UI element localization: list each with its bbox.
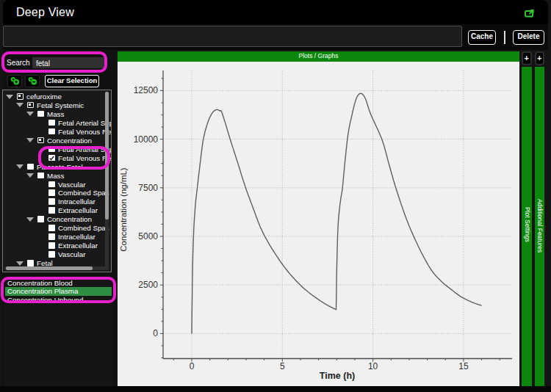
svg-text:2500: 2500	[138, 280, 158, 290]
svg-text:7500: 7500	[138, 183, 158, 193]
svg-text:15: 15	[458, 361, 469, 371]
svg-text:12500: 12500	[134, 85, 159, 95]
svg-text:0: 0	[190, 361, 195, 371]
svg-text:Concentration (ng/mL): Concentration (ng/mL)	[119, 167, 128, 252]
svg-text:10: 10	[368, 361, 378, 371]
svg-text:5000: 5000	[138, 231, 158, 242]
svg-text:5: 5	[280, 361, 285, 371]
svg-text:Time (h): Time (h)	[320, 371, 355, 381]
svg-text:10000: 10000	[134, 134, 159, 145]
svg-text:0: 0	[153, 328, 158, 338]
